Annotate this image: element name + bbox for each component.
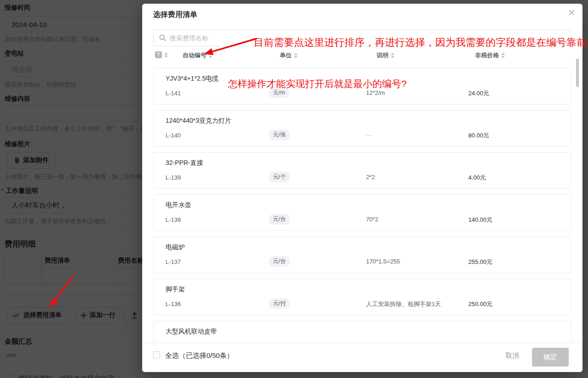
select-all-label: 全选（已选择0/50条） xyxy=(165,351,233,360)
column-description[interactable]: 说明 xyxy=(377,51,394,60)
fee-description: 12*2/m xyxy=(366,89,385,96)
fee-unit-badge: 元/台 xyxy=(269,214,290,225)
column-auto-number[interactable]: 自动编号 xyxy=(183,51,212,60)
fee-unit-badge: 元/台 xyxy=(269,256,290,267)
fee-price: 255.00元 xyxy=(468,258,493,266)
close-icon[interactable]: × xyxy=(568,6,575,18)
fee-item-card[interactable]: 大型风机联动皮带 xyxy=(153,321,571,343)
fee-description: 2*2 xyxy=(366,174,375,181)
fee-name: 脚手架 xyxy=(166,285,185,294)
column-price[interactable]: 非税价格 xyxy=(475,51,505,60)
fee-description: 70*2 xyxy=(366,216,378,223)
fee-item-card[interactable]: 电磁炉 L-137 元/台 170*1.5=255 255.00元 xyxy=(153,236,571,273)
text-field-type-icon: T xyxy=(155,51,162,58)
scrollbar-thumb[interactable] xyxy=(576,59,579,87)
fee-price: 24.00元 xyxy=(468,89,489,98)
fee-description: — xyxy=(366,131,372,138)
fee-price: 4.00元 xyxy=(468,174,486,182)
search-box[interactable] xyxy=(153,29,571,46)
confirm-button[interactable]: 确定 xyxy=(532,348,569,367)
fee-description: 170*1.5=255 xyxy=(366,258,400,265)
search-icon xyxy=(159,34,166,41)
fee-item-card[interactable]: 脚手架 L-136 元/付 人工安装拆除、租脚手架1天 250.00元 xyxy=(153,279,571,315)
column-type[interactable]: T xyxy=(155,51,168,58)
fee-code: L-138 xyxy=(166,216,181,223)
column-header-row: T 自动编号 单位 说明 非税价格 xyxy=(153,51,571,62)
fee-code: L-137 xyxy=(166,258,181,265)
fee-code: L-139 xyxy=(166,174,181,181)
fee-name: 电开水壶 xyxy=(166,201,191,209)
modal-title: 选择费用清单 xyxy=(153,10,197,20)
sort-icon[interactable] xyxy=(294,53,298,58)
fee-unit-badge: 元/m xyxy=(269,88,289,98)
fee-name: 大型风机联动皮带 xyxy=(166,328,217,336)
modal-footer: 全选（已选择0/50条） 取消 确定 xyxy=(142,343,582,372)
fee-price: 250.00元 xyxy=(468,300,493,308)
fee-item-card[interactable]: 1240*440*3亚克力灯片 L-140 元/张 — 80.00元 xyxy=(153,110,571,147)
sort-icon[interactable] xyxy=(501,53,505,58)
search-input[interactable] xyxy=(170,34,566,42)
fee-item-card[interactable]: 32-PPR-直接 L-139 元/个 2*2 4.00元 xyxy=(153,152,571,189)
sort-icon[interactable] xyxy=(164,52,168,58)
fee-name: 电磁炉 xyxy=(166,243,185,252)
fee-code: L-140 xyxy=(166,132,181,139)
fee-name: 1240*440*3亚克力灯片 xyxy=(166,117,231,125)
sort-icon[interactable] xyxy=(209,53,212,58)
select-fee-list-modal: 选择费用清单 × T 自动编号 单位 说明 非税价格 YJV3*4+1*2.5 xyxy=(142,4,582,372)
fee-unit-badge: 元/张 xyxy=(269,130,290,140)
fee-price: 80.00元 xyxy=(468,131,489,140)
fee-unit-badge: 元/个 xyxy=(269,172,290,182)
select-all-checkbox[interactable] xyxy=(153,351,160,358)
cancel-button[interactable]: 取消 xyxy=(505,351,519,360)
column-unit[interactable]: 单位 xyxy=(280,51,298,60)
fee-name: YJV3*4+1*2.5电缆 xyxy=(166,75,219,83)
fee-unit-badge: 元/付 xyxy=(269,298,290,309)
fee-description: 人工安装拆除、租脚手架1天 xyxy=(366,300,441,308)
fee-name: 32-PPR-直接 xyxy=(166,159,203,167)
fee-price: 140.00元 xyxy=(468,216,493,224)
fee-code: L-141 xyxy=(166,90,181,97)
sort-icon[interactable] xyxy=(391,53,394,58)
fee-code: L-136 xyxy=(166,301,181,307)
fee-item-card[interactable]: YJV3*4+1*2.5电缆 L-141 元/m 12*2/m 24.00元 xyxy=(153,68,571,104)
fee-item-card[interactable]: 电开水壶 L-138 元/台 70*2 140.00元 xyxy=(153,194,571,231)
